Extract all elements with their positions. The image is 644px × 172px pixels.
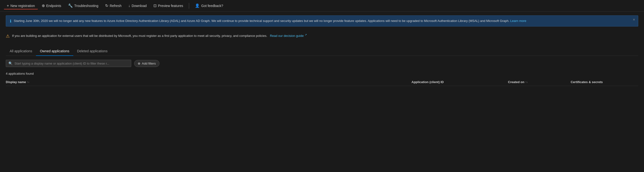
endpoints-button[interactable]: ⊕ Endpoints	[39, 2, 64, 9]
banner-text: Starting June 30th, 2020 we will no long…	[14, 18, 634, 23]
application-tabs: All applications Owned applications Dele…	[6, 47, 638, 56]
learn-more-link[interactable]: Learn more	[510, 19, 526, 23]
add-filters-button[interactable]: ⊕ Add filters	[134, 60, 160, 67]
results-count: 4 applications found	[6, 72, 638, 75]
warning-icon: ⚠	[6, 33, 10, 39]
created-on-sort-icon[interactable]: ↑↓	[525, 81, 528, 83]
col-header-app-id: Application (client) ID	[412, 80, 508, 84]
add-filters-icon: ⊕	[138, 62, 140, 65]
search-icon: 🔍	[8, 61, 12, 65]
table-header: Display name ↑↓ Application (client) ID …	[6, 78, 638, 86]
tab-all-applications[interactable]: All applications	[6, 47, 36, 56]
warning-banner: ⚠ If you are building an application for…	[6, 30, 638, 42]
globe-icon: ⊕	[42, 3, 45, 8]
external-link-icon: ↗	[305, 33, 307, 36]
col-header-display-name: Display name ↑↓	[6, 80, 412, 84]
search-input-wrapper: 🔍	[6, 60, 131, 67]
main-content: ℹ Starting June 30th, 2020 we will no lo…	[0, 11, 644, 90]
feedback-button[interactable]: 👤 Got feedback?	[192, 2, 226, 9]
new-registration-button[interactable]: + New registration	[4, 2, 38, 9]
decision-guide-link[interactable]: Read our decision guide ↗	[270, 34, 307, 38]
feedback-icon: 👤	[195, 3, 200, 8]
download-icon: ↓	[128, 3, 130, 8]
toolbar-divider	[189, 3, 189, 9]
search-input[interactable]	[14, 62, 128, 65]
col-header-created-on: Created on ↑↓	[508, 80, 571, 84]
refresh-button[interactable]: ↻ Refresh	[102, 2, 124, 9]
warning-text: If you are building an application for e…	[12, 33, 307, 38]
preview-icon: ⊡	[154, 3, 156, 8]
search-row: 🔍 ⊕ Add filters	[6, 60, 638, 67]
banner-close-button[interactable]: ×	[633, 17, 635, 22]
troubleshooting-button[interactable]: 🔧 Troubleshooting	[65, 2, 101, 9]
info-icon: ℹ	[10, 19, 11, 23]
preview-features-button[interactable]: ⊡ Preview features	[150, 2, 186, 9]
main-toolbar: + New registration ⊕ Endpoints 🔧 Trouble…	[0, 0, 644, 11]
tab-deleted-applications[interactable]: Deleted applications	[73, 47, 112, 56]
info-banner: ℹ Starting June 30th, 2020 we will no lo…	[6, 15, 638, 26]
wrench-icon: 🔧	[68, 3, 73, 8]
plus-icon: +	[7, 3, 9, 8]
download-button[interactable]: ↓ Download	[126, 2, 150, 9]
display-name-sort-icon[interactable]: ↑↓	[27, 81, 30, 83]
tab-owned-applications[interactable]: Owned applications	[36, 47, 73, 56]
refresh-icon: ↻	[105, 3, 108, 8]
col-header-certs: Certificates & secrets	[571, 80, 638, 84]
